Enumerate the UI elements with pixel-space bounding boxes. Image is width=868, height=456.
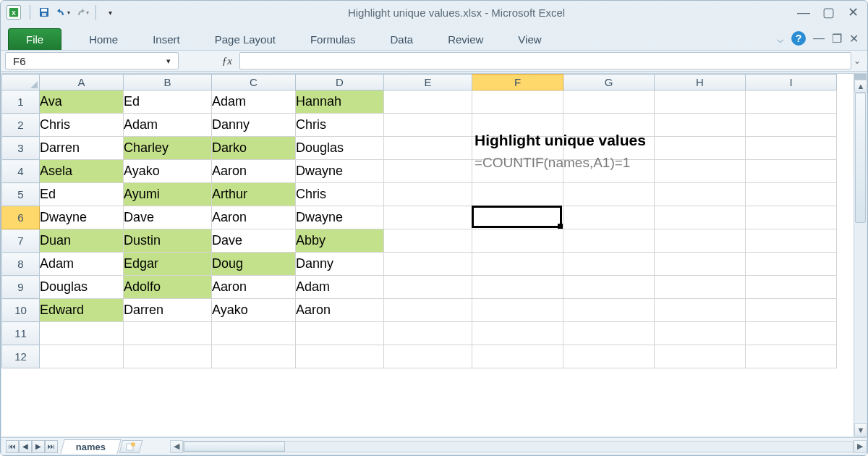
new-sheet-button[interactable] xyxy=(119,440,143,453)
cell-E10[interactable] xyxy=(384,299,472,322)
col-header-H[interactable]: H xyxy=(655,75,746,90)
row-header-12[interactable]: 12 xyxy=(2,345,40,368)
col-header-I[interactable]: I xyxy=(746,75,837,90)
doc-close-button[interactable]: ✕ xyxy=(849,32,859,46)
file-tab[interactable]: File xyxy=(8,28,61,50)
cell-F1[interactable] xyxy=(472,90,563,114)
cell-E7[interactable] xyxy=(384,229,472,253)
cell-I2[interactable] xyxy=(746,114,837,137)
col-header-E[interactable]: E xyxy=(384,75,472,90)
cell-E1[interactable] xyxy=(384,90,472,114)
cell-H6[interactable] xyxy=(655,206,746,229)
cell-E6[interactable] xyxy=(384,206,472,229)
cell-A2[interactable]: Chris xyxy=(40,114,124,137)
cell-A5[interactable]: Ed xyxy=(40,183,124,206)
cell-E3[interactable] xyxy=(384,137,472,160)
doc-minimize-button[interactable]: — xyxy=(813,32,825,45)
cell-I4[interactable] xyxy=(746,160,837,183)
cell-E4[interactable] xyxy=(384,160,472,183)
cell-G4[interactable] xyxy=(563,160,655,183)
cell-G8[interactable] xyxy=(563,253,655,276)
scroll-right-icon[interactable]: ▶ xyxy=(854,440,867,453)
excel-app-icon[interactable]: X xyxy=(7,5,21,20)
cell-I11[interactable] xyxy=(746,322,837,345)
cell-C9[interactable]: Aaron xyxy=(212,276,296,299)
name-box[interactable]: F6 ▾ xyxy=(5,52,179,69)
cell-I12[interactable] xyxy=(746,345,837,368)
cell-B12[interactable] xyxy=(124,345,212,368)
formula-bar-expand-icon[interactable]: ⌄ xyxy=(851,56,863,66)
ribbon-tab-data[interactable]: Data xyxy=(377,29,426,50)
cell-A12[interactable] xyxy=(40,345,124,368)
tab-nav-last-icon[interactable]: ⏭ xyxy=(45,440,58,453)
cell-G3[interactable] xyxy=(563,137,655,160)
cell-G10[interactable] xyxy=(563,299,655,322)
ribbon-tab-review[interactable]: Review xyxy=(435,29,496,50)
cell-G11[interactable] xyxy=(563,322,655,345)
cell-H2[interactable] xyxy=(655,114,746,137)
col-header-G[interactable]: G xyxy=(563,75,655,90)
cell-F7[interactable] xyxy=(472,229,563,253)
cell-F12[interactable] xyxy=(472,345,563,368)
cell-F2[interactable] xyxy=(472,114,563,137)
cell-E5[interactable] xyxy=(384,183,472,206)
row-header-11[interactable]: 11 xyxy=(2,322,40,345)
cell-F5[interactable] xyxy=(472,183,563,206)
vertical-scrollbar[interactable]: ▲ ▼ xyxy=(854,74,867,436)
cell-D7[interactable]: Abby xyxy=(296,229,384,253)
cell-D11[interactable] xyxy=(296,322,384,345)
cell-H9[interactable] xyxy=(655,276,746,299)
cell-H5[interactable] xyxy=(655,183,746,206)
row-header-3[interactable]: 3 xyxy=(2,137,40,160)
cell-I5[interactable] xyxy=(746,183,837,206)
hscroll-thumb[interactable] xyxy=(184,442,285,452)
cell-B4[interactable]: Ayako xyxy=(124,160,212,183)
row-header-1[interactable]: 1 xyxy=(2,90,40,114)
row-header-5[interactable]: 5 xyxy=(2,183,40,206)
cell-B11[interactable] xyxy=(124,322,212,345)
tab-nav-prev-icon[interactable]: ◀ xyxy=(19,440,32,453)
cell-C11[interactable] xyxy=(212,322,296,345)
ribbon-minimize-icon[interactable]: ⌵ xyxy=(777,32,784,46)
row-header-4[interactable]: 4 xyxy=(2,160,40,183)
undo-icon[interactable]: ▾ xyxy=(55,4,71,20)
cell-G2[interactable] xyxy=(563,114,655,137)
cell-I9[interactable] xyxy=(746,276,837,299)
cell-D2[interactable]: Chris xyxy=(296,114,384,137)
cell-G7[interactable] xyxy=(563,229,655,253)
cell-C6[interactable]: Aaron xyxy=(212,206,296,229)
row-header-7[interactable]: 7 xyxy=(2,229,40,253)
col-header-C[interactable]: C xyxy=(212,75,296,90)
cell-D3[interactable]: Douglas xyxy=(296,137,384,160)
cell-D1[interactable]: Hannah xyxy=(296,90,384,114)
row-header-2[interactable]: 2 xyxy=(2,114,40,137)
maximize-button[interactable]: ▢ xyxy=(820,5,837,20)
cell-A11[interactable] xyxy=(40,322,124,345)
cell-C5[interactable]: Arthur xyxy=(212,183,296,206)
cell-G12[interactable] xyxy=(563,345,655,368)
cell-I6[interactable] xyxy=(746,206,837,229)
col-header-B[interactable]: B xyxy=(124,75,212,90)
cell-D6[interactable]: Dwayne xyxy=(296,206,384,229)
cell-C8[interactable]: Doug xyxy=(212,253,296,276)
scroll-down-icon[interactable]: ▼ xyxy=(854,423,867,436)
cell-C7[interactable]: Dave xyxy=(212,229,296,253)
cell-A7[interactable]: Duan xyxy=(40,229,124,253)
cell-D5[interactable]: Chris xyxy=(296,183,384,206)
qat-customize-icon[interactable]: ▾ xyxy=(102,4,118,20)
ribbon-tab-page-layout[interactable]: Page Layout xyxy=(202,29,289,50)
cell-D10[interactable]: Aaron xyxy=(296,299,384,322)
cell-F9[interactable] xyxy=(472,276,563,299)
cell-A10[interactable]: Edward xyxy=(40,299,124,322)
cell-A3[interactable]: Darren xyxy=(40,137,124,160)
tab-nav-first-icon[interactable]: ⏮ xyxy=(6,440,19,453)
cell-A9[interactable]: Douglas xyxy=(40,276,124,299)
cell-G5[interactable] xyxy=(563,183,655,206)
cell-F11[interactable] xyxy=(472,322,563,345)
row-header-9[interactable]: 9 xyxy=(2,276,40,299)
tab-nav-next-icon[interactable]: ▶ xyxy=(32,440,45,453)
doc-restore-button[interactable]: ❐ xyxy=(832,32,842,46)
cell-H3[interactable] xyxy=(655,137,746,160)
cell-H11[interactable] xyxy=(655,322,746,345)
cell-A8[interactable]: Adam xyxy=(40,253,124,276)
